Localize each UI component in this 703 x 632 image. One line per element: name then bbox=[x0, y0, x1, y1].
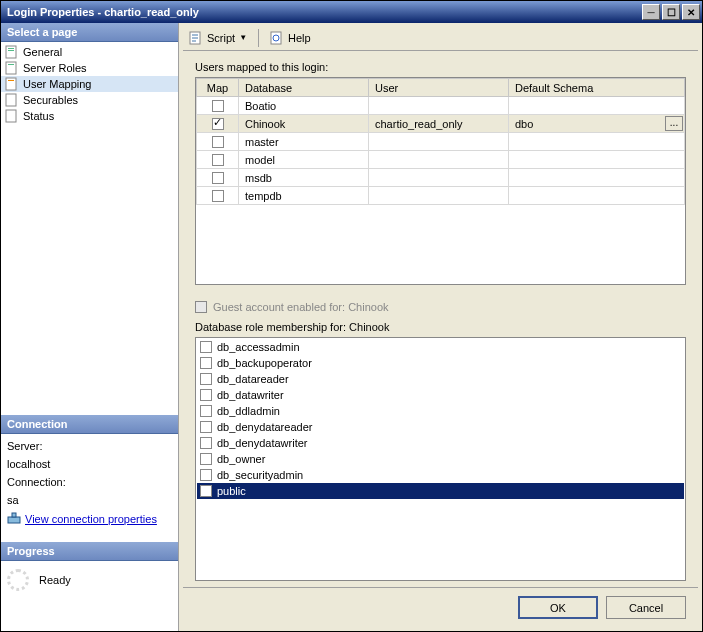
role-item[interactable]: db_denydatawriter bbox=[197, 435, 684, 451]
cell-user[interactable] bbox=[369, 169, 509, 187]
page-icon bbox=[5, 45, 19, 59]
cell-user[interactable] bbox=[369, 151, 509, 169]
role-checkbox[interactable] bbox=[200, 437, 212, 449]
cell-schema[interactable] bbox=[509, 169, 685, 187]
role-item[interactable]: db_datareader bbox=[197, 371, 684, 387]
role-item[interactable]: db_ddladmin bbox=[197, 403, 684, 419]
progress-header: Progress bbox=[1, 542, 178, 561]
svg-rect-8 bbox=[6, 110, 16, 122]
minimize-button[interactable]: ─ bbox=[642, 4, 660, 20]
view-connection-properties-link[interactable]: View connection properties bbox=[25, 513, 157, 525]
col-map[interactable]: Map bbox=[197, 79, 239, 97]
connection-header: Connection bbox=[1, 415, 178, 434]
svg-rect-3 bbox=[6, 62, 16, 74]
schema-browse-button[interactable]: ... bbox=[665, 116, 683, 131]
nav-server-roles[interactable]: Server Roles bbox=[1, 60, 178, 76]
role-item[interactable]: db_securityadmin bbox=[197, 467, 684, 483]
help-label: Help bbox=[288, 32, 311, 44]
connection-label: Connection: bbox=[7, 476, 172, 488]
role-name: db_datawriter bbox=[217, 389, 284, 401]
progress-spinner-icon bbox=[7, 569, 29, 591]
role-item[interactable]: db_denydatareader bbox=[197, 419, 684, 435]
cell-database[interactable]: tempdb bbox=[239, 187, 369, 205]
cell-user[interactable] bbox=[369, 187, 509, 205]
nav-securables[interactable]: Securables bbox=[1, 92, 178, 108]
table-row[interactable]: Boatio bbox=[197, 97, 685, 115]
table-row[interactable]: tempdb bbox=[197, 187, 685, 205]
role-checkbox[interactable] bbox=[200, 421, 212, 433]
col-database[interactable]: Database bbox=[239, 79, 369, 97]
map-checkbox[interactable] bbox=[212, 136, 224, 148]
cell-schema[interactable] bbox=[509, 187, 685, 205]
progress-status: Ready bbox=[39, 574, 71, 586]
cell-database[interactable]: Chinook bbox=[239, 115, 369, 133]
select-page-header: Select a page bbox=[1, 23, 178, 42]
table-row[interactable]: msdb bbox=[197, 169, 685, 187]
map-checkbox[interactable] bbox=[212, 118, 224, 130]
role-checkbox[interactable] bbox=[200, 405, 212, 417]
page-icon bbox=[5, 109, 19, 123]
cell-user[interactable]: chartio_read_only bbox=[369, 115, 509, 133]
cell-schema[interactable] bbox=[509, 133, 685, 151]
window-title: Login Properties - chartio_read_only bbox=[7, 6, 642, 18]
nav-status[interactable]: Status bbox=[1, 108, 178, 124]
cell-database[interactable]: Boatio bbox=[239, 97, 369, 115]
chevron-down-icon: ▼ bbox=[239, 33, 247, 42]
ok-button[interactable]: OK bbox=[518, 596, 598, 619]
users-mapped-label: Users mapped to this login: bbox=[195, 61, 686, 73]
role-checkbox[interactable] bbox=[200, 341, 212, 353]
cell-user[interactable] bbox=[369, 97, 509, 115]
svg-rect-10 bbox=[12, 513, 16, 517]
cell-user[interactable] bbox=[369, 133, 509, 151]
role-item[interactable]: db_accessadmin bbox=[197, 339, 684, 355]
role-name: db_ddladmin bbox=[217, 405, 280, 417]
nav-label: Server Roles bbox=[23, 62, 87, 74]
role-name: db_securityadmin bbox=[217, 469, 303, 481]
nav-label: Status bbox=[23, 110, 54, 122]
map-checkbox[interactable] bbox=[212, 172, 224, 184]
role-name: db_denydatareader bbox=[217, 421, 312, 433]
role-checkbox[interactable] bbox=[200, 469, 212, 481]
server-label: Server: bbox=[7, 440, 172, 452]
guest-account-row: Guest account enabled for: Chinook bbox=[195, 301, 686, 313]
role-checkbox[interactable] bbox=[200, 373, 212, 385]
role-checkbox[interactable] bbox=[200, 453, 212, 465]
table-row[interactable]: master bbox=[197, 133, 685, 151]
cancel-button[interactable]: Cancel bbox=[606, 596, 686, 619]
map-checkbox[interactable] bbox=[212, 154, 224, 166]
role-item[interactable]: public bbox=[197, 483, 684, 499]
role-checkbox[interactable] bbox=[200, 485, 212, 497]
nav-user-mapping[interactable]: User Mapping bbox=[1, 76, 178, 92]
nav-label: Securables bbox=[23, 94, 78, 106]
script-icon bbox=[189, 31, 203, 45]
nav-general[interactable]: General bbox=[1, 44, 178, 60]
close-button[interactable]: ✕ bbox=[682, 4, 700, 20]
titlebar[interactable]: Login Properties - chartio_read_only ─ ☐… bbox=[1, 1, 702, 23]
role-checkbox[interactable] bbox=[200, 357, 212, 369]
role-item[interactable]: db_backupoperator bbox=[197, 355, 684, 371]
cell-database[interactable]: msdb bbox=[239, 169, 369, 187]
table-row[interactable]: model bbox=[197, 151, 685, 169]
table-row[interactable]: Chinookchartio_read_onlydbo... bbox=[197, 115, 685, 133]
role-name: db_datareader bbox=[217, 373, 289, 385]
role-checkbox[interactable] bbox=[200, 389, 212, 401]
map-checkbox[interactable] bbox=[212, 100, 224, 112]
role-item[interactable]: db_owner bbox=[197, 451, 684, 467]
cell-database[interactable]: master bbox=[239, 133, 369, 151]
cell-schema[interactable] bbox=[509, 151, 685, 169]
role-item[interactable]: db_datawriter bbox=[197, 387, 684, 403]
col-user[interactable]: User bbox=[369, 79, 509, 97]
maximize-button[interactable]: ☐ bbox=[662, 4, 680, 20]
map-checkbox[interactable] bbox=[212, 190, 224, 202]
col-schema[interactable]: Default Schema bbox=[509, 79, 685, 97]
cell-schema[interactable] bbox=[509, 97, 685, 115]
help-button[interactable]: Help bbox=[266, 29, 315, 47]
svg-rect-2 bbox=[8, 50, 14, 51]
cell-schema[interactable]: dbo... bbox=[509, 115, 685, 133]
user-mapping-grid[interactable]: Map Database User Default Schema BoatioC… bbox=[195, 77, 686, 285]
script-button[interactable]: Script ▼ bbox=[185, 29, 251, 47]
cell-database[interactable]: model bbox=[239, 151, 369, 169]
nav-label: General bbox=[23, 46, 62, 58]
left-pane: Select a page General Server Roles User … bbox=[1, 23, 179, 631]
roles-listbox[interactable]: db_accessadmindb_backupoperatordb_datare… bbox=[195, 337, 686, 581]
